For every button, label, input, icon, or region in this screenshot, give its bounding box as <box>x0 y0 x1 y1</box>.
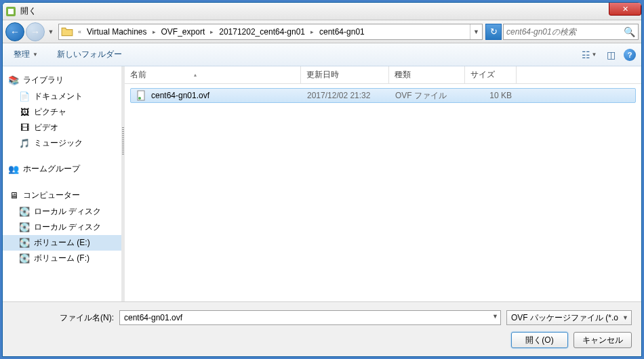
navigation-bar: ← → ▼ « Virtual Machines ▸ OVF_export ▸ … <box>3 20 641 43</box>
content-area: 📚 ライブラリ 📄ドキュメント 🖼ピクチャ 🎞ビデオ 🎵ミュージック 👥 ホーム… <box>3 66 641 301</box>
open-file-dialog: 開く ✕ ← → ▼ « Virtual Machines ▸ OVF_expo… <box>2 2 642 357</box>
toolbar: 整理▼ 新しいフォルダー ☷▼ ◫ ? <box>3 43 641 66</box>
file-size: 10 KB <box>466 91 517 100</box>
chevron-right-icon: ▸ <box>150 28 159 35</box>
close-button[interactable]: ✕ <box>609 2 641 16</box>
organize-menu[interactable]: 整理▼ <box>8 46 43 63</box>
splitter-grip-icon <box>122 127 124 154</box>
dialog-footer: ファイル名(N): ▼ OVF パッケージファイル (*.o ▼ 開く(O) キ… <box>3 301 641 356</box>
arrow-left-icon: ← <box>10 26 20 37</box>
back-button[interactable]: ← <box>5 22 24 41</box>
folder-icon <box>61 26 73 38</box>
sidebar: 📚 ライブラリ 📄ドキュメント 🖼ピクチャ 🎞ビデオ 🎵ミュージック 👥 ホーム… <box>3 66 121 301</box>
sidebar-item-documents[interactable]: 📄ドキュメント <box>3 89 121 104</box>
search-input[interactable] <box>506 27 624 37</box>
file-date: 2017/12/02 21:32 <box>302 91 390 100</box>
file-type: OVF ファイル <box>390 90 466 102</box>
refresh-button[interactable]: ↻ <box>485 24 502 40</box>
sidebar-item-music[interactable]: 🎵ミュージック <box>3 135 121 151</box>
sidebar-item-pictures[interactable]: 🖼ピクチャ <box>3 104 121 120</box>
breadcrumb-segment[interactable]: Virtual Machines <box>84 24 150 39</box>
column-header-date[interactable]: 更新日時 <box>301 66 389 83</box>
address-bar[interactable]: « Virtual Machines ▸ OVF_export ▸ 201712… <box>58 24 483 40</box>
breadcrumb-segment[interactable]: OVF_export <box>159 24 208 39</box>
svg-point-3 <box>138 97 141 100</box>
titlebar: 開く ✕ <box>3 3 641 20</box>
file-list-body[interactable]: cent64-gn01.ovf 2017/12/02 21:32 OVF ファイ… <box>125 84 641 301</box>
search-box[interactable]: 🔍 <box>503 24 639 40</box>
arrow-right-icon: → <box>31 26 40 37</box>
window-title: 開く <box>20 5 37 17</box>
column-headers: 名前▴ 更新日時 種類 サイズ <box>125 66 641 84</box>
chevron-down-icon: ▼ <box>33 51 38 58</box>
chevron-left-icon: « <box>75 28 84 35</box>
address-dropdown[interactable]: ▼ <box>470 24 482 39</box>
document-icon: 📄 <box>19 91 30 102</box>
filename-input[interactable] <box>119 310 501 325</box>
close-icon: ✕ <box>622 5 628 14</box>
video-icon: 🎞 <box>19 123 30 133</box>
homegroup-icon: 👥 <box>8 164 19 175</box>
sidebar-item-volume-e[interactable]: 💽ボリューム (E:) <box>3 235 121 251</box>
help-button[interactable]: ? <box>624 49 636 61</box>
file-name: cent64-gn01.ovf <box>151 91 209 100</box>
sidebar-homegroup-header[interactable]: 👥 ホームグループ <box>3 161 121 177</box>
view-options-button[interactable]: ☷▼ <box>580 47 598 62</box>
drive-icon: 💽 <box>19 207 30 217</box>
sidebar-item-videos[interactable]: 🎞ビデオ <box>3 120 121 135</box>
refresh-icon: ↻ <box>490 26 498 37</box>
chevron-right-icon: ▸ <box>308 28 317 35</box>
cancel-button[interactable]: キャンセル <box>573 332 632 348</box>
svg-rect-1 <box>8 9 14 14</box>
music-icon: 🎵 <box>19 138 30 149</box>
sidebar-item-volume-f[interactable]: 💽ボリューム (F:) <box>3 251 121 266</box>
new-folder-button[interactable]: 新しいフォルダー <box>52 46 127 63</box>
sidebar-computer-header[interactable]: 🖥 コンピューター <box>3 187 121 204</box>
filename-label: ファイル名(N): <box>60 312 114 324</box>
column-header-size[interactable]: サイズ <box>465 66 517 83</box>
filename-dropdown[interactable]: ▼ <box>492 313 498 320</box>
breadcrumb-segment[interactable]: 20171202_cent64-gn01 <box>216 24 308 39</box>
app-icon <box>5 6 16 17</box>
search-icon[interactable]: 🔍 <box>624 26 635 37</box>
ovf-file-icon <box>136 90 147 101</box>
nav-history-dropdown[interactable]: ▼ <box>46 25 56 39</box>
picture-icon: 🖼 <box>19 107 30 118</box>
open-button[interactable]: 開く(O) <box>511 332 568 348</box>
preview-pane-button[interactable]: ◫ <box>602 47 620 62</box>
sort-asc-icon: ▴ <box>194 72 197 78</box>
sidebar-item-localdisk[interactable]: 💽ローカル ディスク <box>3 219 121 235</box>
drive-icon: 💽 <box>19 253 30 264</box>
sidebar-library-header[interactable]: 📚 ライブラリ <box>3 72 121 89</box>
chevron-down-icon: ▼ <box>622 314 628 321</box>
sidebar-item-localdisk[interactable]: 💽ローカル ディスク <box>3 204 121 219</box>
column-header-name[interactable]: 名前▴ <box>125 66 301 83</box>
chevron-down-icon: ▼ <box>592 51 597 58</box>
library-icon: 📚 <box>8 75 19 86</box>
breadcrumb-segment[interactable]: cent64-gn01 <box>317 24 367 39</box>
file-list: 名前▴ 更新日時 種類 サイズ cent64-gn01.ovf 2017/12/… <box>125 66 641 301</box>
chevron-right-icon: ▸ <box>207 28 216 35</box>
computer-icon: 🖥 <box>8 190 19 201</box>
file-row[interactable]: cent64-gn01.ovf 2017/12/02 21:32 OVF ファイ… <box>130 88 636 103</box>
forward-button[interactable]: → <box>26 22 45 41</box>
drive-icon: 💽 <box>19 238 30 249</box>
filetype-select[interactable]: OVF パッケージファイル (*.o ▼ <box>506 310 632 325</box>
drive-icon: 💽 <box>19 222 30 233</box>
column-header-type[interactable]: 種類 <box>389 66 465 83</box>
